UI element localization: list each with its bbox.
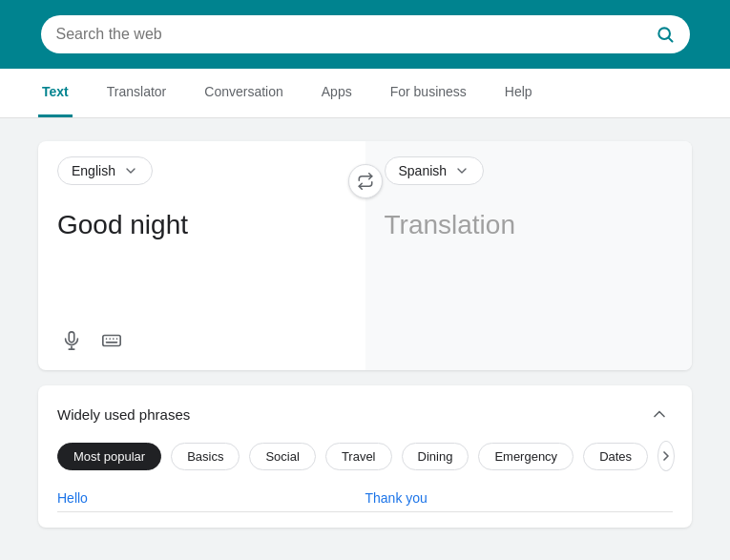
translator-left-panel: English Good night (38, 141, 365, 370)
chip-basics[interactable]: Basics (171, 443, 240, 470)
chip-dates[interactable]: Dates (583, 443, 648, 470)
search-bar-container (0, 0, 730, 69)
phrase-target-0[interactable]: Thank you (365, 485, 674, 512)
nav-item-help[interactable]: Help (501, 69, 536, 117)
keyboard-button[interactable] (97, 326, 126, 355)
chevron-up-icon (650, 404, 669, 424)
microphone-button[interactable] (57, 326, 86, 355)
phrases-list: Hello Thank you (57, 485, 673, 512)
nav-item-conversation[interactable]: Conversation (200, 69, 287, 117)
translator-box: English Good night (38, 141, 692, 370)
chevron-right-icon (658, 448, 674, 464)
nav-item-forbusiness[interactable]: For business (386, 69, 470, 117)
nav-bar: Text Translator Conversation Apps For bu… (0, 69, 730, 118)
main-content: English Good night (0, 118, 730, 550)
dropdown-arrow-icon (123, 163, 138, 178)
phrases-header: Widely used phrases (57, 401, 673, 427)
swap-icon (357, 173, 374, 190)
source-language-label: English (72, 163, 115, 178)
target-language-dropdown[interactable]: Spanish (385, 156, 485, 185)
search-button[interactable] (656, 25, 675, 44)
search-icon (656, 25, 675, 44)
keyboard-icon (101, 330, 122, 351)
nav-item-apps[interactable]: Apps (318, 69, 356, 117)
chip-dining[interactable]: Dining (402, 443, 469, 470)
chip-travel[interactable]: Travel (325, 443, 392, 470)
phrases-chips: Most popular Basics Social Travel Dining… (57, 441, 673, 471)
nav-item-translator[interactable]: Translator (103, 69, 171, 117)
collapse-phrases-button[interactable] (646, 401, 673, 427)
source-text: Good night (57, 208, 346, 242)
chips-scroll-right-button[interactable] (657, 441, 675, 471)
target-language-label: Spanish (399, 163, 448, 178)
phrases-section: Widely used phrases Most popular Basics … (38, 385, 692, 528)
translator-right-panel: Spanish Translation (365, 141, 693, 370)
svg-rect-5 (103, 336, 120, 346)
chip-emergency[interactable]: Emergency (478, 443, 574, 470)
source-language-dropdown[interactable]: English (57, 156, 153, 185)
search-input[interactable] (56, 26, 646, 43)
source-tools (57, 326, 126, 355)
phrases-title: Widely used phrases (57, 406, 190, 423)
search-bar (41, 15, 690, 53)
nav-item-text[interactable]: Text (38, 69, 73, 117)
microphone-icon (61, 330, 82, 351)
phrase-source-0[interactable]: Hello (57, 485, 365, 512)
dropdown-arrow-icon-right (454, 163, 469, 178)
svg-line-1 (668, 38, 672, 42)
svg-rect-2 (69, 332, 74, 342)
swap-languages-button[interactable] (348, 164, 383, 198)
chip-social[interactable]: Social (249, 443, 315, 470)
chip-most-popular[interactable]: Most popular (57, 443, 161, 470)
translated-text: Translation (385, 208, 674, 242)
